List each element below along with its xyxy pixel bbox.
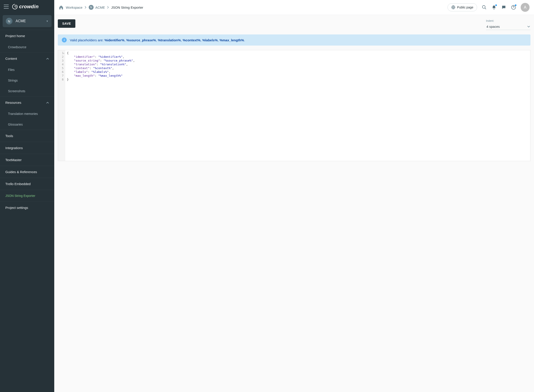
project-name: ACME xyxy=(16,19,43,23)
sidebar-section-content-label: Content xyxy=(5,57,17,61)
sidebar: crowdin N ACME ▼ Project home Crowdsourc… xyxy=(0,0,54,392)
logo-swirl-icon xyxy=(12,4,18,9)
breadcrumb-project-label: ACME xyxy=(95,5,105,9)
save-button[interactable]: SAVE xyxy=(58,19,75,28)
breadcrumb-project-avatar: N xyxy=(89,5,94,10)
messages-icon[interactable] xyxy=(501,5,506,10)
user-avatar[interactable]: A xyxy=(521,3,529,12)
home-icon[interactable] xyxy=(59,5,64,10)
sidebar-item-json-exporter[interactable]: JSON String Exporter xyxy=(0,190,54,201)
notification-dot-icon xyxy=(515,4,517,6)
notification-dot-icon xyxy=(495,4,497,6)
sidebar-item-files[interactable]: Files xyxy=(0,65,54,75)
editor-code[interactable]: { "identifier": "%identifier%", "source_… xyxy=(65,50,530,161)
globe-icon xyxy=(451,5,455,9)
chevron-right-icon xyxy=(107,6,109,9)
sidebar-item-project-settings[interactable]: Project settings xyxy=(0,201,54,214)
indent-label: Indent: xyxy=(486,19,530,23)
sidebar-item-guides[interactable]: Guides & References xyxy=(0,166,54,178)
sidebar-item-tools[interactable]: Tools xyxy=(0,130,54,142)
chevron-down-icon xyxy=(527,26,530,28)
info-icon: i xyxy=(62,37,67,42)
brand-logo[interactable]: crowdin xyxy=(12,4,39,9)
chevron-down-icon: ▼ xyxy=(46,20,48,23)
hamburger-icon[interactable] xyxy=(3,4,9,10)
chevron-right-icon xyxy=(85,6,86,9)
sidebar-item-strings[interactable]: Strings xyxy=(0,75,54,86)
breadcrumb-workspace[interactable]: Workspace xyxy=(66,5,83,9)
breadcrumb: Workspace N ACME JSON String Exporter xyxy=(59,5,445,10)
notifications-icon[interactable] xyxy=(491,5,497,10)
breadcrumb-project[interactable]: N ACME xyxy=(89,5,105,10)
sidebar-item-crowdsource[interactable]: Crowdsource xyxy=(0,42,54,52)
sidebar-item-tm[interactable]: Translation memories xyxy=(0,108,54,119)
sidebar-item-glossaries[interactable]: Glossaries xyxy=(0,119,54,130)
sidebar-item-project-home[interactable]: Project home xyxy=(0,30,54,42)
chevron-up-icon xyxy=(46,102,49,103)
project-selector[interactable]: N ACME ▼ xyxy=(3,15,52,27)
help-icon[interactable] xyxy=(511,5,516,10)
search-icon[interactable] xyxy=(482,5,487,10)
sidebar-section-resources-label: Resources xyxy=(5,101,21,104)
project-avatar: N xyxy=(6,18,12,24)
sidebar-item-textmaster[interactable]: TextMaster xyxy=(0,154,54,166)
svg-point-1 xyxy=(482,5,485,9)
breadcrumb-current: JSON String Exporter xyxy=(111,5,143,9)
brand-text: crowdin xyxy=(19,4,39,9)
chevron-up-icon xyxy=(46,58,49,60)
public-page-button[interactable]: Public page xyxy=(448,3,477,11)
editor-gutter: 1▾2345678 xyxy=(58,50,65,161)
topbar: Workspace N ACME JSON String Exporter Pu… xyxy=(54,0,534,15)
info-banner: i Valid placeholders are: %identifier%, … xyxy=(58,34,530,46)
indent-select[interactable]: 4 spaces xyxy=(486,23,530,30)
code-editor[interactable]: 1▾2345678 { "identifier": "%identifier%"… xyxy=(58,50,530,161)
sidebar-section-resources[interactable]: Resources xyxy=(0,96,54,108)
sidebar-section-content[interactable]: Content xyxy=(0,52,54,65)
sidebar-item-trello[interactable]: Trello Embedded xyxy=(0,178,54,190)
sidebar-item-integrations[interactable]: Integrations xyxy=(0,142,54,154)
sidebar-item-screenshots[interactable]: Screenshots xyxy=(0,86,54,96)
info-text: Valid placeholders are: %identifier%, %s… xyxy=(70,38,245,42)
indent-value: 4 spaces xyxy=(487,25,500,28)
public-page-label: Public page xyxy=(457,5,473,9)
